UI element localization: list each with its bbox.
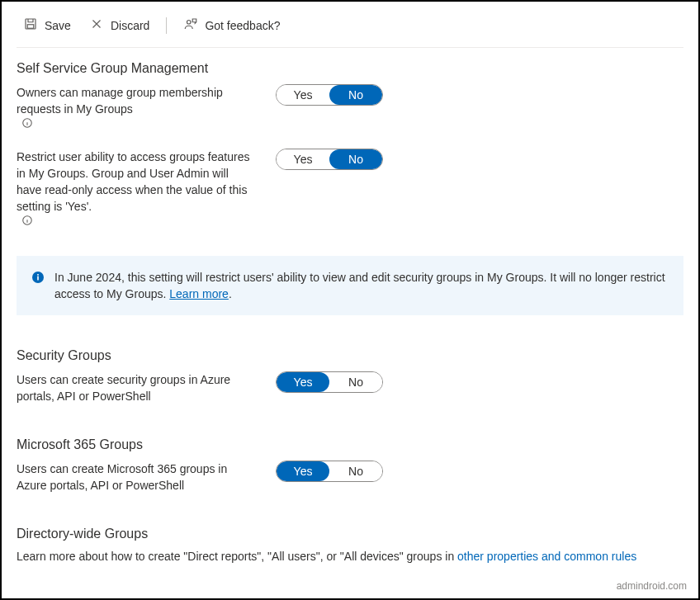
svg-rect-7 bbox=[37, 274, 39, 276]
toggle-create-m365-groups[interactable]: Yes No bbox=[276, 461, 383, 482]
info-banner: In June 2024, this setting will restrict… bbox=[17, 256, 683, 315]
feedback-button[interactable]: Got feedback? bbox=[177, 13, 286, 37]
toggle-owners-manage[interactable]: Yes No bbox=[276, 84, 383, 106]
toggle-option-yes[interactable]: Yes bbox=[277, 149, 329, 169]
section-title-self-service: Self Service Group Management bbox=[17, 61, 683, 76]
watermark: admindroid.com bbox=[617, 580, 687, 592]
save-button[interactable]: Save bbox=[17, 13, 78, 37]
directory-groups-lead: Learn more about how to create "Direct r… bbox=[17, 550, 457, 563]
directory-groups-text: Learn more about how to create "Direct r… bbox=[17, 550, 683, 563]
section-title-m365-groups: Microsoft 365 Groups bbox=[17, 437, 683, 452]
toggle-restrict-access[interactable]: Yes No bbox=[276, 149, 383, 170]
setting-label-restrict-access: Restrict user ability to access groups f… bbox=[17, 149, 256, 215]
setting-row-create-m365-groups: Users can create Microsoft 365 groups in… bbox=[17, 461, 683, 494]
setting-row-owners-manage: Owners can manage group membership reque… bbox=[17, 84, 683, 129]
info-banner-text: In June 2024, this setting will restrict… bbox=[54, 271, 665, 300]
section-title-security-groups: Security Groups bbox=[17, 348, 683, 363]
setting-row-create-security-groups: Users can create security groups in Azur… bbox=[17, 371, 683, 404]
save-label: Save bbox=[45, 18, 71, 33]
setting-label-owners-manage: Owners can manage group membership reque… bbox=[17, 84, 256, 117]
info-icon[interactable] bbox=[21, 117, 33, 129]
setting-row-restrict-access: Restrict user ability to access groups f… bbox=[17, 149, 683, 226]
discard-button[interactable]: Discard bbox=[83, 13, 156, 37]
toggle-option-yes[interactable]: Yes bbox=[277, 461, 329, 481]
toggle-option-no[interactable]: No bbox=[329, 149, 382, 169]
info-filled-icon bbox=[31, 271, 45, 284]
info-banner-tail: . bbox=[229, 287, 232, 300]
close-icon bbox=[89, 17, 104, 34]
toggle-option-yes[interactable]: Yes bbox=[277, 372, 329, 392]
feedback-label: Got feedback? bbox=[205, 18, 280, 33]
section-title-directory-groups: Directory-wide Groups bbox=[17, 527, 683, 541]
toggle-option-yes[interactable]: Yes bbox=[277, 85, 329, 105]
learn-more-link[interactable]: Learn more bbox=[169, 287, 229, 300]
command-bar: Save Discard Got feedback? bbox=[17, 10, 683, 48]
toggle-option-no[interactable]: No bbox=[329, 461, 382, 481]
setting-label-create-security-groups: Users can create security groups in Azur… bbox=[17, 371, 256, 404]
directory-groups-link[interactable]: other properties and common rules bbox=[457, 550, 636, 563]
toggle-option-no[interactable]: No bbox=[329, 85, 382, 105]
svg-rect-1 bbox=[27, 25, 34, 29]
svg-rect-6 bbox=[37, 276, 39, 281]
setting-label-create-m365-groups: Users can create Microsoft 365 groups in… bbox=[17, 461, 256, 494]
save-icon bbox=[23, 17, 38, 34]
info-icon[interactable] bbox=[21, 215, 33, 226]
toggle-option-no[interactable]: No bbox=[329, 372, 382, 392]
toolbar-separator bbox=[166, 17, 167, 34]
person-feedback-icon bbox=[183, 17, 198, 34]
discard-label: Discard bbox=[111, 18, 149, 33]
toggle-create-security-groups[interactable]: Yes No bbox=[276, 371, 383, 393]
svg-point-2 bbox=[187, 21, 192, 25]
